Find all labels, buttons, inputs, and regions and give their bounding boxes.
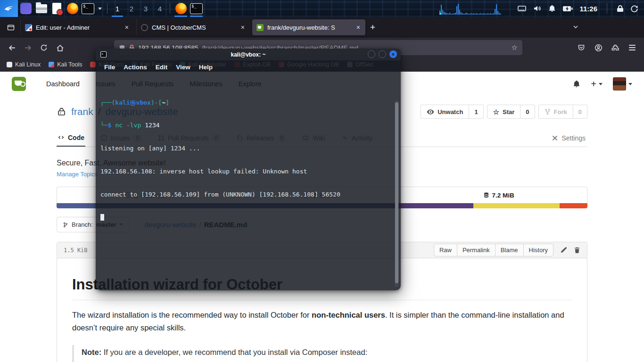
caret-down-icon — [599, 83, 603, 85]
forward-button[interactable] — [21, 41, 35, 55]
bookmark-kali-linux[interactable]: Kali Linux — [7, 61, 41, 68]
terminal-scrollbar[interactable] — [395, 100, 399, 287]
menu-help[interactable]: Help — [195, 62, 217, 72]
window-icon — [20, 3, 32, 14]
blame-button[interactable]: Blame — [495, 244, 523, 256]
fork-icon — [545, 108, 551, 115]
kali-docs-icon — [90, 62, 96, 67]
unwatch-button-group: Unwatch 1 — [421, 105, 483, 119]
terminal-close-button[interactable]: × — [389, 50, 397, 58]
notifications-bell-icon[interactable] — [573, 80, 580, 88]
launcher-firefox[interactable] — [65, 0, 80, 17]
terminal-cursor — [100, 214, 104, 221]
list-all-tabs-button[interactable] — [572, 24, 579, 30]
raw-button[interactable]: Raw — [434, 244, 457, 256]
menu-file[interactable]: File — [100, 62, 119, 72]
battery-icon[interactable] — [562, 6, 573, 12]
cpu-graph — [439, 2, 510, 15]
new-tab-button[interactable]: + — [365, 22, 380, 33]
workspace-2[interactable]: 2 — [124, 0, 139, 17]
taskbar-terminal-window[interactable]: $_ — [189, 0, 204, 17]
branch-icon — [63, 222, 68, 228]
adminer-favicon — [25, 24, 32, 31]
terminal-window[interactable]: > kali@vbox: ~ × File Actions Edit View … — [96, 49, 401, 290]
user-menu[interactable] — [613, 77, 632, 90]
tab-title: Edit: user - Adminer — [36, 24, 120, 31]
terminal-icon: $_ — [82, 3, 94, 14]
active-underline — [112, 16, 123, 17]
terminal-app-icon: > — [100, 51, 107, 58]
panel-separator — [607, 3, 607, 14]
workspace-1[interactable]: 1 — [110, 0, 124, 17]
launcher-text-editor[interactable] — [49, 0, 65, 17]
clock[interactable]: 11:26 — [579, 5, 597, 13]
watch-count[interactable]: 1 — [469, 105, 483, 118]
cpu-graph-widget[interactable] — [439, 2, 511, 15]
menu-view[interactable]: View — [172, 62, 195, 72]
terminal-body[interactable]: ┌──(kali㉿vbox)-[~] └─$nc -lvp1234 listen… — [96, 74, 401, 290]
fork-button[interactable]: Fork — [539, 105, 573, 118]
terminal-minimize-button[interactable] — [368, 50, 375, 58]
unwatch-button[interactable]: Unwatch — [421, 105, 469, 118]
star-count[interactable]: 0 — [520, 105, 534, 118]
terminal-titlebar[interactable]: > kali@vbox: ~ × — [96, 49, 401, 60]
nav-dashboard[interactable]: Dashboard — [38, 80, 88, 88]
launcher-terminal[interactable]: $_ — [80, 0, 96, 17]
pocket-save-icon[interactable] — [574, 41, 588, 55]
kali-menu-button[interactable] — [0, 0, 18, 17]
menu-hamburger-icon[interactable] — [625, 41, 639, 55]
tab-code[interactable]: Code — [57, 129, 85, 147]
browser-tab-octobercms[interactable]: CMS | OctoberCMS × — [136, 19, 250, 35]
firefox-view-button[interactable] — [4, 20, 18, 34]
readme-paragraph: The wizard installation is the recommend… — [72, 309, 572, 334]
launcher-folder[interactable] — [33, 0, 49, 17]
menu-edit[interactable]: Edit — [151, 62, 172, 72]
browser-tab-adminer[interactable]: Edit: user - Adminer × — [20, 19, 134, 35]
tab-close-icon[interactable]: × — [124, 24, 130, 31]
firefox-icon — [67, 3, 78, 14]
delete-file-button[interactable] — [574, 247, 580, 254]
private-repo-lock-icon — [57, 107, 66, 117]
workspace-3[interactable]: 3 — [139, 0, 153, 17]
cpu-graph-marker — [439, 13, 441, 15]
top-panel: $_ 1 2 3 4 $_ — [0, 0, 644, 17]
power-logout-icon[interactable] — [630, 5, 638, 13]
launcher-file-manager[interactable] — [18, 0, 33, 17]
tab-settings[interactable]: Settings — [551, 129, 586, 147]
fork-count[interactable]: 0 — [573, 105, 587, 118]
terminal-cursor-line — [100, 214, 389, 222]
extensions-puzzle-icon[interactable] — [608, 41, 622, 55]
home-button[interactable] — [53, 41, 67, 55]
fork-button-group: Fork 0 — [538, 105, 587, 119]
terminal-maximize-button[interactable] — [379, 50, 386, 58]
repo-owner-link[interactable]: frank — [71, 106, 93, 117]
bookmark-kali-tools[interactable]: Kali Tools — [49, 61, 82, 68]
edit-file-button[interactable] — [560, 247, 567, 254]
history-button[interactable]: History — [523, 244, 553, 256]
volume-icon[interactable] — [533, 5, 542, 12]
notifications-bell-icon[interactable] — [548, 5, 556, 12]
create-new-button[interactable]: + — [591, 79, 603, 90]
reload-button[interactable] — [37, 41, 51, 55]
permalink-button[interactable]: Permalink — [457, 244, 495, 256]
star-button[interactable]: ☆ Star — [487, 105, 520, 118]
octobercms-favicon — [141, 24, 148, 31]
taskbar-firefox-window[interactable] — [173, 0, 189, 17]
back-button[interactable] — [5, 41, 19, 55]
scrollbar-thumb[interactable] — [395, 102, 398, 283]
network-icon[interactable] — [517, 5, 527, 12]
tab-close-icon[interactable]: × — [355, 24, 361, 31]
repo-actions: Unwatch 1 ☆ Star 0 — [421, 105, 587, 119]
terminal-menubar: File Actions Edit View Help — [96, 60, 401, 74]
workspace-4[interactable]: 4 — [153, 0, 167, 17]
pencil-icon — [560, 247, 567, 254]
gitea-logo[interactable] — [12, 77, 26, 91]
tab-close-icon[interactable]: × — [240, 24, 246, 31]
lock-screen-icon[interactable] — [617, 5, 624, 12]
menu-actions[interactable]: Actions — [119, 62, 151, 72]
account-icon[interactable] — [591, 41, 605, 55]
panel-separator — [170, 3, 170, 14]
browser-tab-gitea[interactable]: frank/devguru-website: S × — [252, 19, 365, 35]
bookmark-star-icon[interactable]: ☆ — [512, 43, 518, 52]
launcher-more-button[interactable] — [96, 0, 104, 17]
